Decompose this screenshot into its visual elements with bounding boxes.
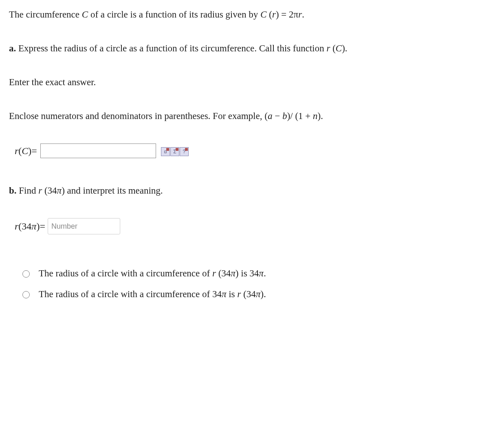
part-a-label: a. — [9, 43, 16, 53]
opt2-arg: (34π) — [241, 289, 264, 299]
var-C: C — [82, 9, 88, 20]
option-1-radio[interactable] — [22, 270, 30, 278]
answer-b-input[interactable] — [48, 218, 120, 234]
part-a-carg: ( — [330, 43, 335, 53]
intro-pre: The circumference — [9, 9, 82, 20]
ex-open2: (1 + — [293, 111, 313, 121]
instruction2-open1: ( — [264, 111, 268, 121]
part-b-post: and interpret its meaning. — [65, 185, 163, 196]
part-a-r: r — [326, 43, 330, 53]
intro-text: The circumference C of a circle is a fun… — [9, 8, 480, 21]
ex-n: n — [313, 111, 318, 121]
instruction2-period: . — [321, 111, 323, 121]
opt2-mid: is — [226, 289, 237, 299]
intro-mid: of a circle is a function of its radius … — [88, 9, 260, 20]
ex-minus: − — [272, 111, 282, 121]
answer-a-r: r — [15, 144, 18, 157]
part-b-label: b. — [9, 185, 17, 196]
option-2-radio[interactable] — [22, 291, 30, 298]
answer-a-eq: = — [31, 144, 37, 157]
answer-a-closep: ) — [28, 144, 31, 157]
answer-b-paren: (34 — [18, 220, 31, 233]
answer-b-closep: ) — [36, 220, 40, 233]
opt2-val: 34π — [212, 289, 227, 299]
opt1-arg: (34π) — [216, 268, 239, 278]
opt1-val: 34π — [249, 268, 264, 278]
option-1-row: The radius of a circle with a circumfere… — [20, 267, 480, 280]
answer-b-eq: = — [40, 220, 45, 233]
instruction-exact: Enter the exact answer. — [9, 76, 480, 88]
part-a-period: . — [345, 43, 348, 53]
opt2-pre: The radius of a circle with a circumfere… — [39, 289, 212, 299]
part-b-r: r — [38, 185, 42, 196]
answer-b-pi: π — [31, 220, 36, 233]
intro-eq: = 2π — [279, 9, 298, 20]
opt1-mid: is — [239, 268, 250, 278]
answer-a-row: r (C) = αΣ? — [15, 143, 480, 158]
part-b-arg: (34π) — [42, 185, 65, 196]
answer-b-r: r — [15, 220, 18, 233]
part-a-Cvar: C — [336, 43, 342, 53]
answer-a-C: C — [22, 144, 28, 157]
part-a-text: Express the radius of a circle as a func… — [16, 43, 326, 53]
equation-preview-icon[interactable]: α — [161, 147, 170, 156]
option-1-text: The radius of a circle with a circumfere… — [39, 267, 266, 280]
answer-a-input[interactable] — [40, 143, 156, 158]
opt1-r: r — [212, 268, 216, 278]
answer-b-row: r (34π) = — [15, 218, 480, 234]
ex-a: a — [268, 111, 273, 121]
equation-sigma-icon[interactable]: Σ — [170, 147, 179, 156]
equation-help-icon[interactable]: ? — [180, 147, 189, 156]
part-b-prompt: b. Find r (34π) and interpret its meanin… — [9, 184, 480, 197]
var-r: r — [272, 9, 276, 20]
var-C2: C — [260, 9, 267, 20]
opt2-period: . — [264, 289, 266, 299]
part-a-closep: ) — [342, 43, 345, 53]
var-r-end: r — [298, 9, 302, 20]
opt1-period: . — [264, 268, 266, 278]
option-2-row: The radius of a circle with a circumfere… — [20, 288, 480, 300]
ex-close2: ) — [317, 111, 321, 121]
instruction-parentheses: Enclose numerators and denominators in p… — [9, 110, 480, 122]
ex-close1: )/ — [287, 111, 293, 121]
answer-a-paren: ( — [18, 144, 22, 157]
ex-b: b — [282, 111, 287, 121]
opt1-pre: The radius of a circle with a circumfere… — [39, 268, 212, 278]
opt2-r: r — [237, 289, 241, 299]
part-a-prompt: a. Express the radius of a circle as a f… — [9, 42, 480, 55]
part-b-pre: Find — [17, 185, 39, 196]
option-2-text: The radius of a circle with a circumfere… — [39, 288, 266, 300]
intro-paren: ( — [267, 9, 272, 20]
instruction2-pre: Enclose numerators and denominators in p… — [9, 111, 264, 121]
intro-period: . — [302, 9, 304, 20]
